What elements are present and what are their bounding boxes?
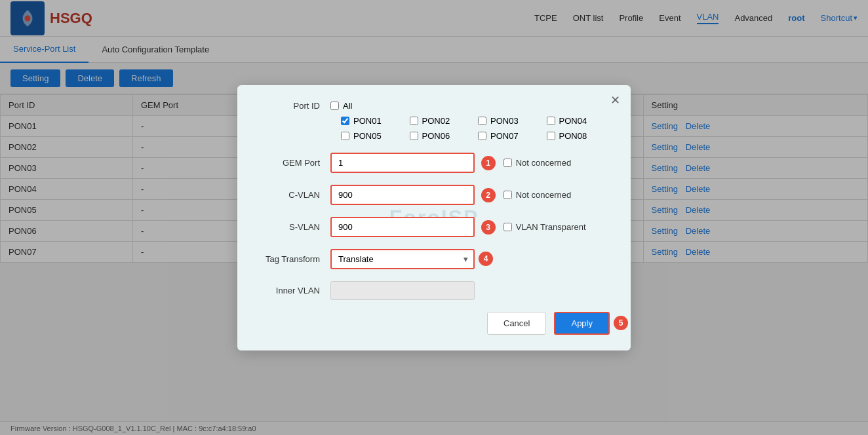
s-vlan-transparent-checkbox[interactable] <box>503 223 512 231</box>
pon-item: PON01 <box>341 116 404 126</box>
pon-item: PON04 <box>547 116 610 126</box>
gem-not-concerned-label[interactable]: Not concerned <box>503 158 572 168</box>
modal-overlay: ForoISP ✕ Port ID All PON01 PON02 PON03 … <box>0 0 868 263</box>
port-id-all: All <box>330 101 352 111</box>
modal: ForoISP ✕ Port ID All PON01 PON02 PON03 … <box>237 85 631 263</box>
c-vlan-input[interactable] <box>330 185 475 205</box>
tag-transform-select[interactable]: TranslateAddRemoveReplace <box>330 249 475 263</box>
tag-transform-row: Tag Transform TranslateAddRemoveReplace … <box>258 249 610 263</box>
pon-checkbox-pon03[interactable] <box>478 117 486 125</box>
pon-label-pon07: PON07 <box>490 131 519 141</box>
modal-close-button[interactable]: ✕ <box>610 93 620 107</box>
port-id-section: Port ID All PON01 PON02 PON03 PON04 PON0… <box>258 101 610 141</box>
s-vlan-label: S-VLAN <box>258 222 330 232</box>
tag-transform-label: Tag Transform <box>258 254 330 263</box>
pon-item: PON03 <box>478 116 542 126</box>
all-checkbox[interactable] <box>330 102 339 110</box>
pon-label-pon04: PON04 <box>559 116 587 126</box>
c-vlan-step: 2 <box>481 188 496 202</box>
pon-grid: PON01 PON02 PON03 PON04 PON05 PON06 PON0… <box>341 116 610 141</box>
pon-checkbox-pon02[interactable] <box>410 117 418 125</box>
gem-port-row: GEM Port 1 Not concerned <box>258 153 610 173</box>
s-vlan-step: 3 <box>481 220 496 235</box>
gem-not-concerned-checkbox[interactable] <box>503 159 512 167</box>
pon-checkbox-pon04[interactable] <box>547 117 555 125</box>
s-vlan-transparent-label[interactable]: VLAN Transparent <box>503 222 586 232</box>
s-vlan-input[interactable] <box>330 217 475 237</box>
port-id-row: Port ID All <box>258 101 610 111</box>
pon-label-pon05: PON05 <box>353 131 382 141</box>
pon-item: PON07 <box>478 131 542 141</box>
all-label: All <box>343 101 352 111</box>
pon-checkbox-pon07[interactable] <box>478 132 486 140</box>
pon-item: PON02 <box>410 116 473 126</box>
s-vlan-row: S-VLAN 3 VLAN Transparent <box>258 217 610 237</box>
pon-checkbox-pon01[interactable] <box>341 117 349 125</box>
pon-label-pon01: PON01 <box>353 116 382 126</box>
tag-transform-step: 4 <box>479 252 493 263</box>
pon-label-pon06: PON06 <box>422 131 450 141</box>
gem-port-step: 1 <box>481 156 496 170</box>
c-vlan-label: C-VLAN <box>258 190 330 200</box>
pon-checkbox-pon05[interactable] <box>341 132 349 140</box>
tag-transform-select-wrap: TranslateAddRemoveReplace <box>330 249 475 263</box>
pon-item: PON06 <box>410 131 473 141</box>
c-not-concerned-checkbox[interactable] <box>503 191 512 199</box>
gem-port-label: GEM Port <box>258 158 330 168</box>
pon-label-pon02: PON02 <box>422 116 450 126</box>
pon-checkbox-pon06[interactable] <box>410 132 418 140</box>
pon-label-pon03: PON03 <box>490 116 519 126</box>
pon-label-pon08: PON08 <box>559 131 587 141</box>
pon-item: PON05 <box>341 131 404 141</box>
port-id-label: Port ID <box>258 101 330 111</box>
gem-port-input[interactable] <box>330 153 475 173</box>
c-not-concerned-label[interactable]: Not concerned <box>503 190 572 200</box>
c-vlan-row: C-VLAN 2 Not concerned <box>258 185 610 205</box>
pon-checkbox-pon08[interactable] <box>547 132 555 140</box>
pon-item: PON08 <box>547 131 610 141</box>
